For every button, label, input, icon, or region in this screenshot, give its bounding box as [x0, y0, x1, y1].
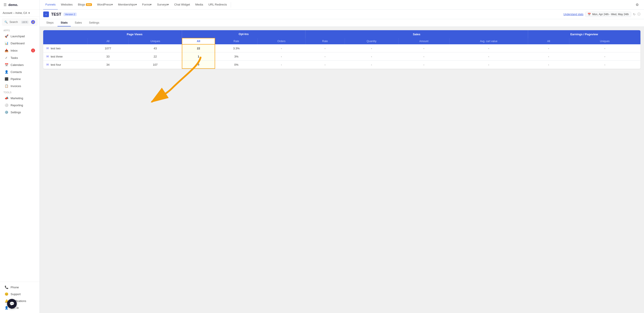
sidebar-item-label: Inbox — [10, 49, 18, 52]
settings-gear-icon[interactable]: ⚙ — [634, 1, 640, 8]
sidebar-item-settings[interactable]: ⚙️ Settings — [1, 109, 38, 116]
lightning-btn[interactable]: ⚡ — [31, 20, 35, 24]
chevron-down-icon: ▾ — [28, 12, 30, 14]
page-title: TEST — [51, 12, 61, 17]
th-earn-uniques: Uniques — [569, 38, 640, 44]
row-earn-all: - — [528, 60, 569, 69]
account-selector[interactable]: Account -- Irvine, CA ▾ — [0, 10, 40, 16]
sidebar-item-notifications[interactable]: 🔔 Notifications — [1, 298, 38, 304]
row-sales-rate: - — [305, 44, 345, 52]
hamburger-icon[interactable]: ☰ — [4, 3, 6, 7]
pipeline-icon: ⬛ — [4, 77, 8, 81]
row-earn-all: - — [528, 44, 569, 52]
sidebar-item-label: Support — [10, 292, 21, 296]
th-earnings: Earnings / Pageview — [528, 30, 640, 38]
version-badge: Version 2 — [64, 12, 77, 16]
sidebar-item-reporting[interactable]: ⚪ Reporting — [1, 102, 38, 108]
sidebar-item-label: Invoices — [10, 84, 21, 88]
nav-item-websites[interactable]: Websites — [59, 0, 75, 10]
nav-item-surveys[interactable]: Surveys ▾ — [155, 0, 171, 10]
sidebar-item-label: Calendars — [10, 63, 24, 66]
sidebar-item-calendars[interactable]: 📅 Calendars — [1, 62, 38, 68]
launchpad-icon: 🚀 — [4, 34, 8, 38]
sidebar-item-inbox[interactable]: 📥 Inbox 1 — [1, 47, 38, 54]
tab-label: Sales — [75, 21, 82, 24]
tab-settings[interactable]: Settings — [86, 19, 102, 26]
sidebar-item-label: Launchpad — [10, 34, 25, 38]
row-name: ✉ test two — [43, 44, 87, 52]
search-bar[interactable]: 🔍 Search ctrl K ⚡ — [2, 18, 38, 26]
sidebar-item-support[interactable]: 😊 Support — [1, 291, 38, 297]
row-sales-quantity: - — [345, 60, 398, 69]
row-earn-uniques: - — [569, 60, 640, 69]
tab-steps[interactable]: Steps — [43, 19, 57, 26]
support-icon: 😊 — [4, 292, 8, 296]
th-earn-all: All — [528, 38, 569, 44]
sidebar-item-contacts[interactable]: 👤 Contacts — [1, 68, 38, 75]
search-label: Search — [10, 20, 18, 24]
row-earn-uniques: - — [569, 44, 640, 52]
nav-label: Surveys — [157, 3, 167, 6]
row-sales-quantity: - — [345, 52, 398, 60]
date-range-label: Mon, Apr 24th - Wed, May 24th — [592, 13, 629, 16]
sidebar-item-label: Contacts — [10, 70, 22, 74]
th-page-views: Page Views — [87, 30, 182, 38]
info-icon[interactable]: ⓘ — [638, 12, 640, 16]
dropdown-icon: ▾ — [111, 3, 113, 6]
search-icon: 🔍 — [4, 20, 8, 24]
tab-label: Steps — [46, 21, 54, 24]
nav-item-funnels[interactable]: Funnels — [43, 0, 58, 10]
nav-item-forms[interactable]: Forms ▾ — [140, 0, 154, 10]
marketing-icon: 📣 — [4, 96, 8, 100]
dropdown-icon: ▾ — [150, 3, 152, 6]
back-button[interactable]: ‹ — [43, 12, 49, 17]
sidebar: ☰ demo. Account -- Irvine, CA ▾ 🔍 Search… — [0, 0, 40, 313]
stats-table: Page Views Opt-Ins Sales Earnings / Page… — [43, 30, 640, 69]
nav-label: WordPress — [97, 3, 111, 6]
row-sales-orders: - — [258, 60, 305, 69]
sidebar-item-label: Marketing — [10, 96, 23, 100]
row-sales-orders: - — [258, 44, 305, 52]
nav-label: Chat Widget — [174, 3, 190, 6]
nav-label: Websites — [61, 3, 72, 6]
th-oi-all: All — [182, 38, 215, 44]
tab-stats[interactable]: Stats — [58, 19, 71, 26]
th-opt-ins: Opt-Ins — [182, 30, 305, 38]
row-sales-amount: - — [398, 52, 450, 60]
refresh-icon[interactable]: ↻ — [633, 12, 636, 16]
sidebar-item-label: Dashboard — [10, 42, 25, 45]
sidebar-item-invoices[interactable]: 📋 Invoices — [1, 83, 38, 89]
inbox-icon: 📥 — [4, 49, 8, 52]
nav-item-chat-widget[interactable]: Chat Widget — [172, 0, 192, 10]
nav-item-media[interactable]: Media — [193, 0, 205, 10]
date-range-picker[interactable]: 📅 Mon, Apr 24th - Wed, May 24th — [585, 12, 631, 17]
dropdown-icon: ▾ — [135, 3, 137, 6]
nav-item-url-redirects[interactable]: URL Redirects — [206, 0, 229, 10]
understand-stats-link[interactable]: Understand stats — [563, 13, 584, 16]
table-row: ✉ test four 34 107 5 0% - - - - - - - — [43, 60, 640, 69]
sidebar-item-launchpad[interactable]: 🚀 Launchpad — [1, 33, 38, 40]
th-sales-rate: Rate — [305, 38, 345, 44]
nav-label: Blogs — [78, 3, 85, 6]
sidebar-item-tasks[interactable]: ✓ Tasks — [1, 54, 38, 61]
sidebar-item-dashboard[interactable]: 📊 Dashboard — [1, 40, 38, 46]
th-sub-name — [43, 38, 87, 44]
nav-item-memberships[interactable]: Memberships ▾ — [116, 0, 139, 10]
row-pv-all: 1077 — [87, 44, 129, 52]
sidebar-item-profile[interactable]: 👤 Ch...le — [1, 304, 38, 311]
nav-label: Forms — [142, 3, 150, 6]
chat-widget-button[interactable]: 💬 — [7, 299, 17, 308]
th-sales-avg-cart: Avg. cart value — [450, 38, 528, 44]
sidebar-item-phone[interactable]: 📞 Phone — [1, 284, 38, 290]
nav-item-wordpress[interactable]: WordPress ▾ — [95, 0, 115, 10]
search-shortcut: ctrl K — [21, 21, 28, 24]
row-sales-orders: - — [258, 52, 305, 60]
nav-item-blogs[interactable]: Blogs New — [76, 0, 94, 10]
row-oi-rate: 0% — [215, 60, 258, 69]
settings-icon: ⚙️ — [4, 110, 8, 114]
sidebar-item-pipeline[interactable]: ⬛ Pipeline — [1, 76, 38, 82]
sidebar-item-marketing[interactable]: 📣 Marketing — [1, 95, 38, 102]
row-oi-rate: 3.3% — [215, 44, 258, 52]
contacts-icon: 👤 — [4, 70, 8, 74]
tab-sales[interactable]: Sales — [72, 19, 85, 26]
